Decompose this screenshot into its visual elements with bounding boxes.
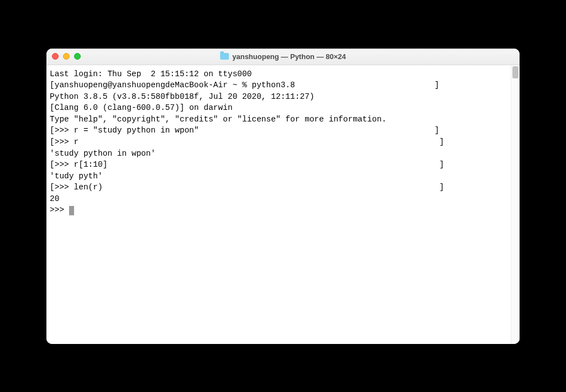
terminal-line: Python 3.8.5 (v3.8.5:580fbb018f, Jul 20 … bbox=[50, 91, 509, 103]
terminal-line: 'tudy pyth' bbox=[50, 171, 509, 182]
content-area: Last login: Thu Sep 2 15:15:12 on ttys00… bbox=[46, 65, 520, 344]
terminal-line: 'study python in wpon' bbox=[50, 148, 509, 160]
terminal-line: 20 bbox=[50, 193, 509, 205]
window-title: yanshuopeng — Python — 80×24 bbox=[232, 52, 346, 61]
terminal-line: [>>> r = "study python in wpon" ] bbox=[50, 125, 509, 136]
terminal-line: [yanshuopeng@yanshuopengdeMacBook-Air ~ … bbox=[50, 80, 509, 91]
scrollbar-thumb[interactable] bbox=[512, 66, 518, 78]
maximize-icon[interactable] bbox=[74, 53, 81, 60]
titlebar[interactable]: yanshuopeng — Python — 80×24 bbox=[46, 49, 520, 65]
terminal-prompt-line: >>> bbox=[50, 204, 509, 216]
terminal-prompt: >>> bbox=[50, 205, 69, 214]
traffic-lights bbox=[52, 53, 81, 60]
cursor-icon bbox=[69, 206, 74, 215]
scrollbar[interactable] bbox=[511, 65, 520, 344]
terminal-output[interactable]: Last login: Thu Sep 2 15:15:12 on ttys00… bbox=[46, 65, 511, 344]
terminal-line: [>>> r[1:10] ] bbox=[50, 159, 509, 171]
terminal-window: yanshuopeng — Python — 80×24 Last login:… bbox=[46, 49, 520, 344]
terminal-line: [>>> r ] bbox=[50, 136, 509, 148]
close-icon[interactable] bbox=[52, 53, 59, 60]
terminal-line: [>>> len(r) ] bbox=[50, 182, 509, 193]
minimize-icon[interactable] bbox=[63, 53, 70, 60]
terminal-line: [Clang 6.0 (clang-600.0.57)] on darwin bbox=[50, 102, 509, 114]
window-title-wrap: yanshuopeng — Python — 80×24 bbox=[220, 52, 346, 61]
terminal-line: Last login: Thu Sep 2 15:15:12 on ttys00… bbox=[50, 68, 509, 80]
folder-icon bbox=[220, 53, 229, 60]
terminal-line: Type "help", "copyright", "credits" or "… bbox=[50, 114, 509, 125]
